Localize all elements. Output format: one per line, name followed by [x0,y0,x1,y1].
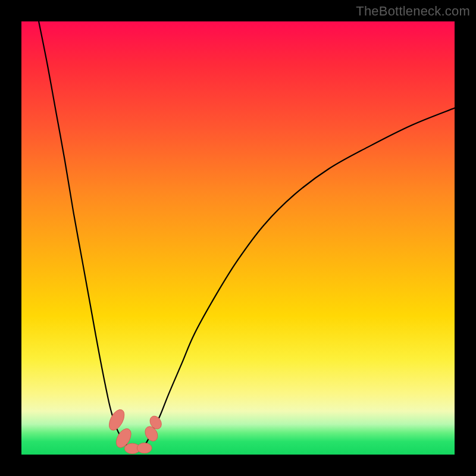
watermark-text: TheBottleneck.com [356,4,470,19]
plot-frame [21,21,455,455]
plot-svg [21,21,455,455]
blob-floor-right [137,443,152,453]
curve-right-branch [143,108,455,448]
blob-left-upper [106,407,127,433]
valley-markers [106,407,164,453]
curve-left-branch [39,21,130,448]
